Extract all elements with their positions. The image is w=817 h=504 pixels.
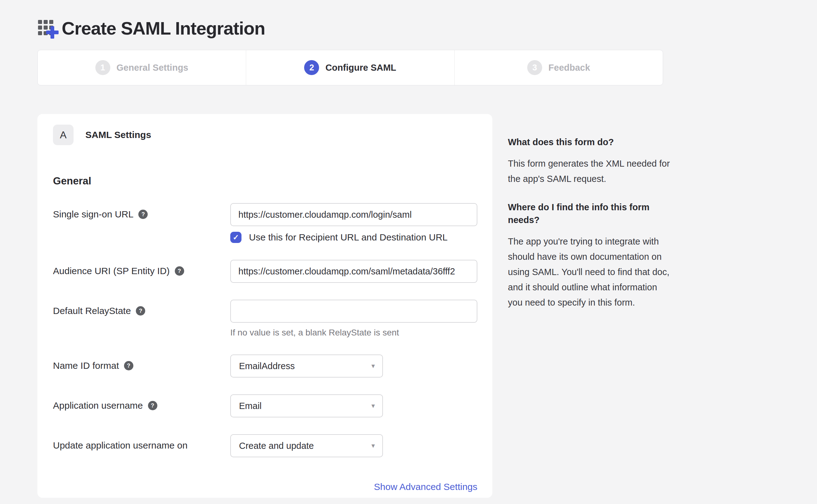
help-icon[interactable]: ? (136, 306, 145, 316)
select-value: Email (239, 401, 262, 411)
audience-uri-input[interactable] (230, 260, 477, 283)
relaystate-label: Default RelayState (53, 306, 131, 316)
form-row-update-username: Update application username on Create an… (53, 434, 477, 457)
select-value: EmailAddress (239, 361, 295, 371)
sidebar-body-2: The app you're trying to integrate with … (508, 234, 673, 310)
step-general-settings[interactable]: 1 General Settings (38, 50, 246, 85)
create-saml-integration-page: Create SAML Integration 1 General Settin… (0, 0, 817, 498)
chevron-down-icon: ▾ (371, 402, 375, 410)
sidebar-heading-2: Where do I find the info this form needs… (508, 201, 673, 226)
section-header: A SAML Settings (53, 125, 477, 145)
name-id-format-select[interactable]: EmailAddress ▾ (230, 354, 383, 378)
chevron-down-icon: ▾ (371, 362, 375, 370)
sidebar-heading-1: What does this form do? (508, 136, 673, 149)
name-id-format-label: Name ID format (53, 360, 119, 371)
sidebar-body-1: This form generates the XML needed for t… (508, 156, 673, 187)
help-icon[interactable]: ? (175, 266, 184, 276)
help-icon[interactable]: ? (138, 210, 148, 219)
form-row-name-id-format: Name ID format ? EmailAddress ▾ (53, 354, 477, 378)
show-advanced-settings-link[interactable]: Show Advanced Settings (374, 482, 477, 492)
app-username-label: Application username (53, 400, 143, 411)
step-label: Configure SAML (325, 63, 396, 73)
audience-uri-label: Audience URI (SP Entity ID) (53, 266, 170, 276)
step-number-badge: 3 (527, 60, 542, 75)
help-sidebar: What does this form do? This form genera… (508, 114, 673, 325)
wizard-stepper: 1 General Settings 2 Configure SAML 3 Fe… (37, 50, 663, 85)
select-value: Create and update (239, 441, 314, 451)
relaystate-hint: If no value is set, a blank RelayState i… (230, 328, 477, 338)
step-feedback[interactable]: 3 Feedback (455, 50, 663, 85)
page-title: Create SAML Integration (62, 18, 265, 39)
page-header: Create SAML Integration (37, 17, 817, 39)
form-row-sso-url: Single sign-on URL ? ✓ Use this for Reci… (53, 203, 477, 243)
grid-plus-icon (37, 17, 59, 39)
relaystate-input[interactable] (230, 300, 477, 323)
step-label: General Settings (117, 63, 188, 73)
sso-url-input[interactable] (230, 203, 477, 226)
app-username-select[interactable]: Email ▾ (230, 394, 383, 417)
update-username-select[interactable]: Create and update ▾ (230, 434, 383, 457)
section-title: SAML Settings (85, 130, 151, 140)
step-label: Feedback (548, 63, 590, 73)
form-row-audience-uri: Audience URI (SP Entity ID) ? (53, 260, 477, 283)
group-title-general: General (53, 175, 477, 187)
section-letter-badge: A (53, 125, 74, 145)
form-row-app-username: Application username ? Email ▾ (53, 394, 477, 417)
saml-settings-card: A SAML Settings General Single sign-on U… (37, 114, 492, 498)
help-icon[interactable]: ? (124, 361, 133, 370)
recipient-url-checkbox[interactable]: ✓ (230, 232, 241, 243)
step-number-badge: 1 (95, 60, 110, 75)
help-icon[interactable]: ? (148, 401, 157, 410)
recipient-url-checkbox-label: Use this for Recipient URL and Destinati… (249, 232, 448, 243)
sso-url-label: Single sign-on URL (53, 209, 133, 220)
chevron-down-icon: ▾ (371, 442, 375, 450)
step-number-badge: 2 (304, 60, 319, 75)
update-username-label: Update application username on (53, 440, 188, 451)
form-row-relaystate: Default RelayState ? If no value is set,… (53, 300, 477, 338)
step-configure-saml[interactable]: 2 Configure SAML (246, 50, 455, 85)
